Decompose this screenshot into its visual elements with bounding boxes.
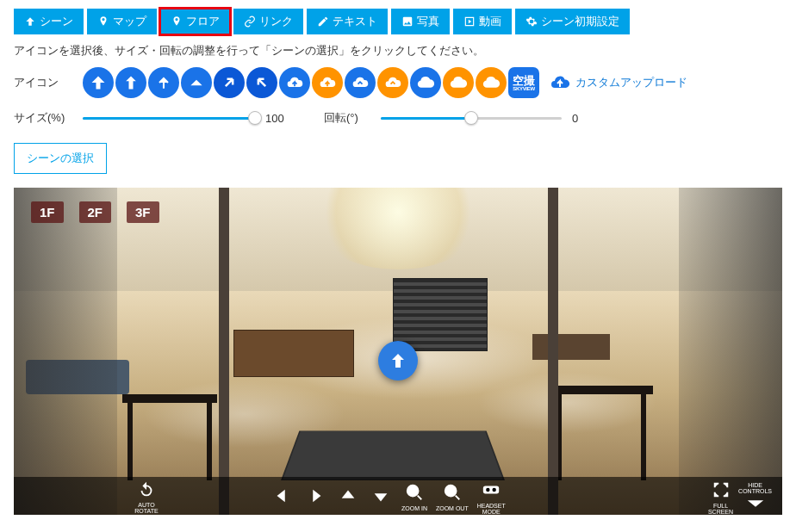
nav-up-button[interactable] (336, 484, 360, 508)
pin-icon (97, 15, 109, 28)
scene-hotspot[interactable] (378, 341, 418, 380)
zoom-out-button[interactable] (440, 480, 464, 504)
tab-label: リンク (259, 14, 293, 29)
zoom-in-button[interactable] (402, 480, 426, 504)
floor-tag-1f[interactable]: 1F (31, 201, 64, 223)
hide-controls-label: HIDECONTROLS (738, 482, 772, 494)
rotation-value: 0 (572, 112, 606, 125)
svg-point-3 (486, 487, 489, 491)
tab-bar: シーン マップ フロア リンク テキスト 写真 動画 シーン初期設定 (14, 9, 782, 34)
tab-link[interactable]: リンク (233, 9, 303, 34)
rotation-fill (381, 117, 471, 120)
fullscreen-label: FULLSCREEN (708, 503, 733, 515)
hide-controls-button[interactable] (743, 497, 768, 510)
tab-scene-init[interactable]: シーン初期設定 (515, 9, 630, 34)
arrow-up-icon (388, 350, 408, 371)
icon-cloud-up-3[interactable] (345, 67, 376, 98)
size-knob[interactable] (248, 111, 262, 125)
video-icon (463, 15, 476, 28)
custom-upload-button[interactable]: カスタムアップロード (550, 72, 687, 93)
headset-button[interactable] (479, 478, 503, 502)
svg-point-4 (493, 487, 496, 491)
edit-icon (317, 15, 329, 28)
headset-label: HEADSETMODE (477, 503, 506, 515)
icon-skyview-badge[interactable]: 空撮 SKYVIEW (508, 67, 539, 98)
label-icon: アイコン (14, 75, 76, 90)
rotation-slider[interactable] (381, 110, 562, 126)
icon-cloud-up-1[interactable] (279, 67, 310, 98)
tab-text[interactable]: テキスト (307, 9, 388, 34)
tab-floor[interactable]: フロア (160, 9, 230, 34)
nav-down-button[interactable] (369, 484, 393, 508)
size-value: 100 (265, 112, 300, 125)
nav-right-button[interactable] (303, 484, 327, 508)
icon-arrow-filled[interactable] (83, 67, 114, 98)
tab-photo[interactable]: 写真 (391, 9, 450, 34)
select-scene-button[interactable]: シーンの選択 (14, 143, 107, 174)
arrow-up-icon (24, 15, 36, 28)
icon-palette: 空撮 SKYVIEW カスタムアップロード (83, 67, 687, 98)
tab-label: マップ (113, 14, 146, 29)
icon-cloud-alt-2[interactable] (443, 67, 474, 98)
icon-cloud-up-4[interactable] (377, 67, 408, 98)
fullscreen-button[interactable] (709, 478, 733, 502)
auto-rotate-button[interactable] (134, 478, 159, 502)
nav-left-button[interactable] (271, 484, 295, 508)
icon-cloud-up-2[interactable] (312, 67, 343, 98)
tab-scene[interactable]: シーン (14, 9, 84, 34)
icon-cloud-alt-3[interactable] (476, 67, 507, 98)
skyview-sub: SKYVIEW (513, 86, 535, 91)
tab-label: 写真 (417, 14, 439, 29)
zoom-in-label: ZOOM IN (401, 505, 427, 511)
icon-chevron-up[interactable] (181, 67, 212, 98)
icon-arrow-outline[interactable] (148, 67, 179, 98)
zoom-out-label: ZOOM OUT (436, 505, 469, 511)
panorama-viewer[interactable]: 1F 2F 3F AUTOROTATE ZOOM IN (14, 188, 782, 515)
skyview-top: 空撮 (513, 75, 535, 86)
floor-tag-2f[interactable]: 2F (79, 201, 112, 223)
icon-arrow-nw[interactable] (246, 67, 277, 98)
icon-cloud-alt-1[interactable] (410, 67, 441, 98)
viewer-controls-bar: AUTOROTATE ZOOM IN ZOOM OUT HEADSETMODE (14, 477, 782, 515)
tab-label: シーン (40, 14, 73, 29)
size-fill (83, 117, 255, 120)
icon-arrow-thin[interactable] (115, 67, 146, 98)
floor-tag-3f[interactable]: 3F (127, 201, 159, 223)
floor-tags: 1F 2F 3F (31, 201, 159, 223)
label-rotation: 回転(°) (324, 110, 374, 126)
custom-upload-label: カスタムアップロード (575, 75, 687, 90)
link-icon (244, 15, 256, 28)
cloud-upload-icon (550, 72, 570, 93)
tab-label: シーン初期設定 (541, 14, 619, 29)
svg-rect-2 (483, 486, 499, 493)
rotation-knob[interactable] (464, 111, 478, 125)
tab-label: 動画 (479, 14, 501, 29)
instruction-text: アイコンを選択後、サイズ・回転の調整を行って「シーンの選択」をクリックしてくださ… (14, 43, 782, 59)
icon-arrow-ne[interactable] (214, 67, 245, 98)
tab-map[interactable]: マップ (87, 9, 157, 34)
gear-icon (525, 15, 538, 28)
size-slider[interactable] (83, 110, 255, 126)
image-icon (401, 15, 414, 28)
tab-label: テキスト (333, 14, 377, 29)
pin-icon (171, 15, 183, 28)
label-size: サイズ(%) (14, 110, 76, 126)
tab-label: フロア (186, 14, 220, 29)
auto-rotate-label: AUTOROTATE (134, 502, 158, 514)
tab-video[interactable]: 動画 (453, 9, 512, 34)
